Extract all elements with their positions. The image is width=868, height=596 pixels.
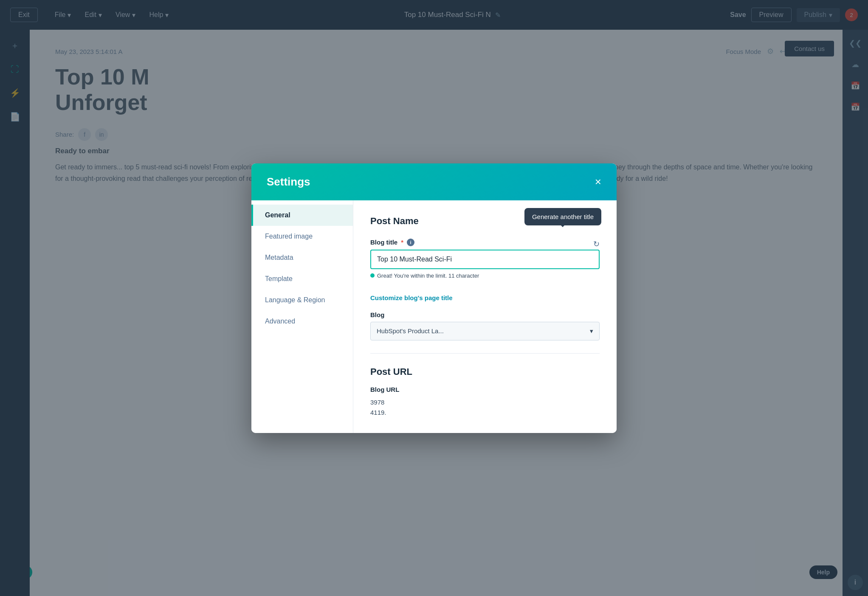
modal-content: Generate another title Post Name Blog ti… bbox=[353, 200, 617, 433]
modal-header: Settings × bbox=[251, 163, 617, 200]
green-dot-icon bbox=[370, 273, 375, 278]
blog-title-input[interactable] bbox=[370, 250, 600, 269]
char-hint: Great! You're within the limit. 11 chara… bbox=[370, 273, 600, 279]
chevron-down-icon: ▾ bbox=[590, 327, 593, 335]
blog-field-label: Blog bbox=[370, 311, 600, 318]
nav-item-general[interactable]: General bbox=[251, 205, 353, 226]
post-url-section-title: Post URL bbox=[370, 366, 600, 377]
nav-item-language-region[interactable]: Language & Region bbox=[251, 290, 353, 311]
tooltip-bubble: Generate another title bbox=[524, 208, 601, 225]
modal-close-button[interactable]: × bbox=[595, 176, 601, 187]
nav-item-template[interactable]: Template bbox=[251, 268, 353, 290]
blog-title-label: Blog title * i bbox=[370, 239, 414, 246]
regenerate-title-button[interactable]: ↻ bbox=[593, 239, 600, 249]
blog-select[interactable]: HubSpot's Product La... ▾ bbox=[370, 322, 600, 340]
nav-item-metadata[interactable]: Metadata bbox=[251, 247, 353, 268]
modal-overlay: Settings × General Featured image Metada… bbox=[0, 0, 868, 596]
modal-nav: General Featured image Metadata Template… bbox=[251, 200, 353, 433]
modal-title: Settings bbox=[267, 175, 310, 188]
blog-url-label: Blog URL bbox=[370, 386, 600, 393]
blog-title-field-group: Blog title * i ↻ Great! You're within th… bbox=[370, 239, 600, 279]
nav-item-advanced[interactable]: Advanced bbox=[251, 311, 353, 332]
nav-item-featured-image[interactable]: Featured image bbox=[251, 226, 353, 247]
blog-url-value: 3978 4119. bbox=[370, 397, 600, 418]
info-icon[interactable]: i bbox=[407, 239, 414, 246]
divider bbox=[370, 353, 600, 354]
blog-title-label-row: Blog title * i ↻ bbox=[370, 239, 600, 250]
customize-link[interactable]: Customize blog's page title bbox=[370, 294, 453, 301]
modal-body: General Featured image Metadata Template… bbox=[251, 200, 617, 433]
settings-modal: Settings × General Featured image Metada… bbox=[251, 163, 617, 433]
